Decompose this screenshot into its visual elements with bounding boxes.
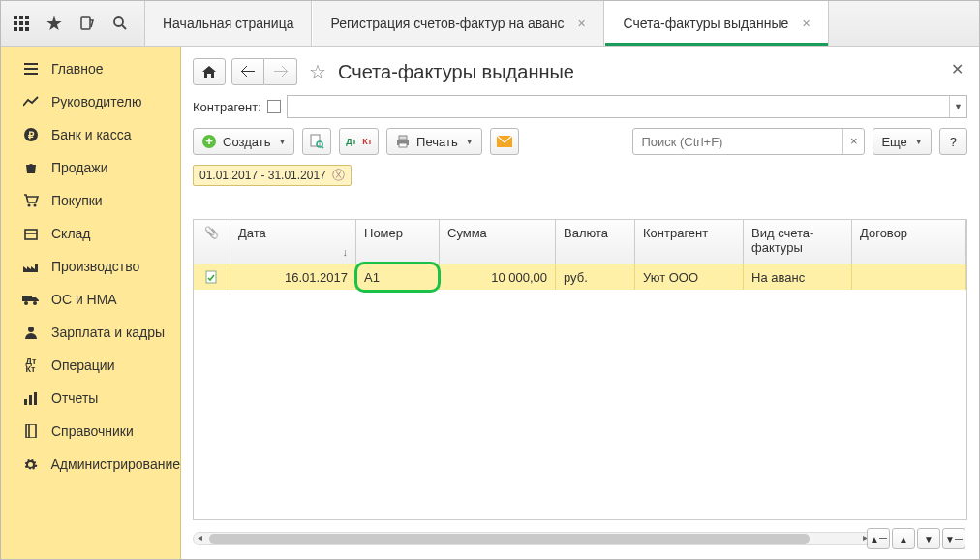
sidebar-item-label: Покупки: [51, 193, 103, 208]
svg-rect-26: [29, 395, 32, 405]
grid-last-button[interactable]: ▼: [942, 528, 965, 549]
cell-type: На аванс: [744, 264, 852, 290]
column-number[interactable]: Номер: [356, 220, 440, 264]
print-button[interactable]: Печать ▼: [386, 128, 482, 155]
svg-rect-4: [19, 21, 23, 25]
close-icon[interactable]: ✕: [802, 17, 811, 30]
sidebar-item-main[interactable]: Главное: [1, 52, 180, 85]
history-icon[interactable]: [73, 9, 102, 38]
grid-down-button[interactable]: ▼: [917, 528, 940, 549]
table-row[interactable]: 16.01.2017 А1 10 000,00 руб. Уют ООО На …: [194, 264, 966, 290]
ruble-circle-icon: ₽: [22, 127, 40, 142]
column-type[interactable]: Вид счета-фактуры: [744, 220, 852, 264]
email-button[interactable]: [490, 128, 519, 155]
sidebar-item-label: Администрирование: [51, 456, 181, 472]
chevron-down-icon[interactable]: ▼: [949, 96, 966, 117]
column-currency[interactable]: Валюта: [556, 220, 635, 264]
sidebar-item-sales[interactable]: Продажи: [1, 151, 180, 184]
box-icon: [22, 227, 40, 240]
nav-buttons: 🡠 🡢: [231, 58, 297, 85]
date-filter-label: 01.01.2017 - 31.01.2017: [199, 169, 326, 182]
sidebar-item-production[interactable]: Производство: [1, 250, 180, 283]
svg-point-18: [34, 204, 37, 207]
sidebar-item-salary[interactable]: Зарплата и кадры: [1, 316, 180, 349]
svg-rect-7: [19, 27, 23, 31]
topbar: ★ Начальная страница Регистрация счетов-…: [1, 1, 979, 47]
svg-rect-5: [25, 21, 29, 25]
apps-grid-icon[interactable]: [7, 9, 36, 38]
book-icon: [22, 424, 40, 438]
forward-button[interactable]: 🡢: [264, 58, 297, 85]
sidebar-item-admin[interactable]: Администрирование: [1, 448, 180, 481]
date-filter-chip[interactable]: 01.01.2017 - 31.01.2017 ⓧ: [193, 165, 352, 186]
svg-rect-27: [34, 392, 37, 405]
tab-label: Счета-фактуры выданные: [623, 16, 788, 31]
tab-home[interactable]: Начальная страница: [144, 1, 312, 46]
svg-rect-6: [14, 27, 17, 31]
favorite-star-icon[interactable]: ☆: [309, 60, 326, 83]
clear-search-icon[interactable]: ×: [842, 129, 864, 154]
sidebar-item-references[interactable]: Справочники: [1, 415, 180, 448]
column-attachment[interactable]: 📎: [194, 220, 230, 264]
grid-up-button[interactable]: ▲: [892, 528, 915, 549]
header-row: 🡠 🡢 ☆ Счета-фактуры выданные ✕: [193, 58, 967, 85]
more-button[interactable]: Еще▼: [873, 128, 931, 155]
tab-label: Регистрация счетов-фактур на аванс: [330, 16, 564, 31]
create-label: Создать: [223, 135, 270, 149]
create-button[interactable]: + Создать ▼: [193, 128, 294, 155]
tabs: Начальная страница Регистрация счетов-фа…: [144, 1, 829, 46]
star-icon[interactable]: ★: [40, 9, 69, 38]
tab-registration[interactable]: Регистрация счетов-фактур на аванс✕: [312, 1, 604, 46]
back-button[interactable]: 🡠: [231, 58, 264, 85]
column-date[interactable]: Дата: [230, 220, 356, 264]
sidebar-item-manager[interactable]: Руководителю: [1, 85, 180, 118]
svg-point-17: [28, 204, 31, 207]
truck-icon: [22, 294, 40, 305]
clip-icon: 📎: [204, 226, 219, 239]
menu-lines-icon: [22, 63, 40, 75]
search-icon[interactable]: [106, 9, 135, 38]
find-by-number-button[interactable]: [302, 128, 331, 155]
home-button[interactable]: [193, 58, 226, 85]
column-sum[interactable]: Сумма: [440, 220, 556, 264]
cell-counterparty: Уют ООО: [635, 264, 744, 290]
sidebar-item-bank[interactable]: ₽Банк и касса: [1, 118, 180, 151]
svg-rect-28: [26, 424, 36, 438]
chart-line-icon: [22, 96, 40, 108]
column-counterparty[interactable]: Контрагент: [635, 220, 744, 264]
counterparty-input[interactable]: ▼: [287, 95, 967, 118]
search-input[interactable]: [633, 135, 842, 149]
close-icon[interactable]: ✕: [577, 17, 586, 30]
sidebar-item-label: Зарплата и кадры: [51, 325, 165, 340]
help-button[interactable]: ?: [939, 128, 967, 155]
print-label: Печать: [416, 135, 458, 149]
horizontal-scrollbar[interactable]: [193, 532, 873, 545]
sidebar-item-purchases[interactable]: Покупки: [1, 184, 180, 217]
sidebar: Главное Руководителю ₽Банк и касса Прода…: [1, 47, 181, 559]
person-icon: [22, 326, 40, 339]
scrollbar-thumb[interactable]: [209, 534, 810, 544]
chevron-down-icon[interactable]: ▼: [278, 138, 286, 146]
counterparty-checkbox[interactable]: [267, 100, 281, 113]
content: 🡠 🡢 ☆ Счета-фактуры выданные ✕ Контраген…: [181, 47, 979, 559]
sidebar-item-operations[interactable]: ДтКтОперации: [1, 349, 180, 382]
search-box[interactable]: ×: [632, 128, 865, 155]
clear-date-icon[interactable]: ⓧ: [332, 167, 345, 184]
sidebar-item-label: Склад: [51, 226, 91, 241]
svg-point-24: [28, 327, 34, 332]
help-label: ?: [950, 135, 957, 149]
column-contract[interactable]: Договор: [852, 220, 966, 264]
sidebar-item-assets[interactable]: ОС и НМА: [1, 283, 180, 316]
cell-number: А1: [356, 264, 440, 290]
sidebar-item-warehouse[interactable]: Склад: [1, 217, 180, 250]
grid-first-button[interactable]: ▲: [867, 528, 890, 549]
dtkt-button[interactable]: ДтКт: [339, 128, 379, 155]
chevron-down-icon[interactable]: ▼: [915, 138, 923, 146]
chevron-down-icon[interactable]: ▼: [466, 138, 474, 146]
svg-rect-1: [19, 16, 23, 19]
toolbar: + Создать ▼ ДтКт Печать ▼ × Еще▼ ?: [193, 128, 967, 155]
tab-invoices[interactable]: Счета-фактуры выданные✕: [604, 1, 829, 46]
close-page-icon[interactable]: ✕: [951, 60, 964, 78]
svg-line-11: [122, 25, 126, 29]
sidebar-item-reports[interactable]: Отчеты: [1, 382, 180, 415]
